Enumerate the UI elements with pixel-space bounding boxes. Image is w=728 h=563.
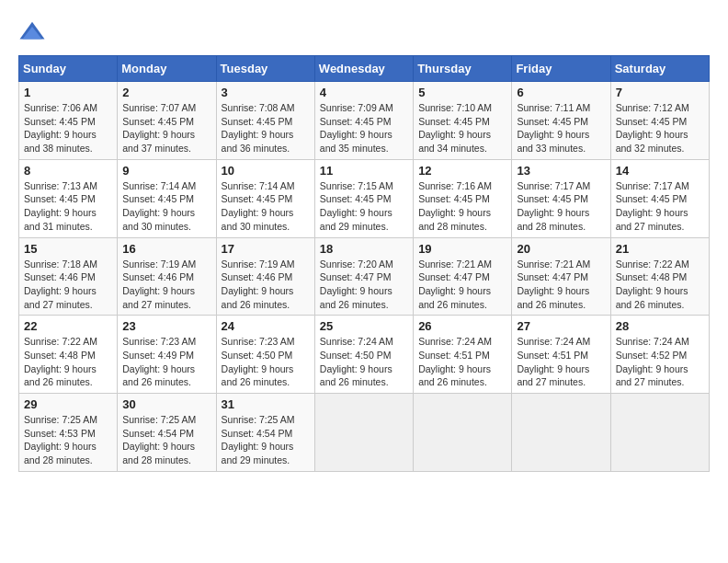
day-number: 24 [222, 319, 310, 333]
day-detail: Sunrise: 7:11 AMSunset: 4:45 PMDaylight:… [517, 102, 590, 154]
day-cell: 12 Sunrise: 7:16 AMSunset: 4:45 PMDaylig… [414, 159, 512, 237]
day-number: 6 [517, 86, 605, 99]
day-detail: Sunrise: 7:14 AMSunset: 4:45 PMDaylight:… [122, 180, 196, 232]
day-detail: Sunrise: 7:23 AMSunset: 4:50 PMDaylight:… [222, 336, 295, 387]
week-row-1: 1 Sunrise: 7:06 AMSunset: 4:45 PMDayligh… [19, 82, 710, 160]
calendar-header: SundayMondayTuesdayWednesdayThursdayFrid… [19, 56, 710, 82]
day-detail: Sunrise: 7:22 AMSunset: 4:48 PMDaylight:… [616, 259, 689, 310]
day-cell [414, 394, 512, 472]
day-number: 22 [24, 319, 112, 333]
day-cell [610, 394, 709, 472]
day-cell: 11 Sunrise: 7:15 AMSunset: 4:45 PMDaylig… [314, 159, 413, 237]
day-cell: 21 Sunrise: 7:22 AMSunset: 4:48 PMDaylig… [610, 237, 709, 316]
day-cell: 30 Sunrise: 7:25 AMSunset: 4:54 PMDaylig… [118, 394, 216, 472]
day-number: 20 [517, 242, 605, 256]
day-number: 28 [616, 319, 704, 333]
day-detail: Sunrise: 7:19 AMSunset: 4:46 PMDaylight:… [122, 259, 196, 310]
day-cell: 4 Sunrise: 7:09 AMSunset: 4:45 PMDayligh… [314, 82, 413, 160]
header [18, 18, 710, 46]
day-cell: 26 Sunrise: 7:24 AMSunset: 4:51 PMDaylig… [414, 316, 512, 394]
day-cell: 5 Sunrise: 7:10 AMSunset: 4:45 PMDayligh… [414, 82, 512, 160]
header-row: SundayMondayTuesdayWednesdayThursdayFrid… [19, 56, 710, 82]
day-detail: Sunrise: 7:25 AMSunset: 4:54 PMDaylight:… [122, 414, 196, 465]
day-cell: 31 Sunrise: 7:25 AMSunset: 4:54 PMDaylig… [216, 394, 314, 472]
day-detail: Sunrise: 7:23 AMSunset: 4:49 PMDaylight:… [122, 336, 196, 387]
day-cell: 14 Sunrise: 7:17 AMSunset: 4:45 PMDaylig… [610, 159, 709, 237]
day-cell: 2 Sunrise: 7:07 AMSunset: 4:45 PMDayligh… [118, 82, 216, 160]
day-number: 19 [418, 242, 506, 256]
day-number: 25 [320, 319, 408, 333]
header-cell-sunday: Sunday [19, 56, 118, 82]
day-cell: 19 Sunrise: 7:21 AMSunset: 4:47 PMDaylig… [414, 237, 512, 316]
day-number: 5 [418, 86, 506, 99]
header-cell-monday: Monday [118, 56, 216, 82]
day-detail: Sunrise: 7:16 AMSunset: 4:45 PMDaylight:… [418, 180, 492, 232]
day-cell: 13 Sunrise: 7:17 AMSunset: 4:45 PMDaylig… [512, 159, 610, 237]
day-cell: 1 Sunrise: 7:06 AMSunset: 4:45 PMDayligh… [19, 82, 118, 160]
day-detail: Sunrise: 7:07 AMSunset: 4:45 PMDaylight:… [122, 102, 196, 154]
day-detail: Sunrise: 7:18 AMSunset: 4:46 PMDaylight:… [24, 259, 97, 310]
day-detail: Sunrise: 7:21 AMSunset: 4:47 PMDaylight:… [418, 259, 492, 310]
day-detail: Sunrise: 7:24 AMSunset: 4:50 PMDaylight:… [320, 336, 393, 387]
header-cell-thursday: Thursday [414, 56, 512, 82]
day-cell: 22 Sunrise: 7:22 AMSunset: 4:48 PMDaylig… [19, 316, 118, 394]
day-number: 14 [616, 164, 704, 178]
header-cell-wednesday: Wednesday [314, 56, 413, 82]
day-detail: Sunrise: 7:12 AMSunset: 4:45 PMDaylight:… [616, 102, 689, 154]
day-cell: 23 Sunrise: 7:23 AMSunset: 4:49 PMDaylig… [118, 316, 216, 394]
day-detail: Sunrise: 7:20 AMSunset: 4:47 PMDaylight:… [320, 259, 393, 310]
day-number: 23 [122, 319, 210, 333]
day-number: 21 [616, 242, 704, 256]
day-cell: 10 Sunrise: 7:14 AMSunset: 4:45 PMDaylig… [216, 159, 314, 237]
day-number: 7 [616, 86, 704, 99]
day-cell: 6 Sunrise: 7:11 AMSunset: 4:45 PMDayligh… [512, 82, 610, 160]
day-cell: 15 Sunrise: 7:18 AMSunset: 4:46 PMDaylig… [19, 237, 118, 316]
day-number: 30 [122, 397, 210, 411]
day-detail: Sunrise: 7:25 AMSunset: 4:54 PMDaylight:… [222, 414, 295, 465]
day-cell: 28 Sunrise: 7:24 AMSunset: 4:52 PMDaylig… [610, 316, 709, 394]
day-detail: Sunrise: 7:17 AMSunset: 4:45 PMDaylight:… [517, 180, 590, 232]
day-number: 16 [122, 242, 210, 256]
day-number: 29 [24, 397, 112, 411]
calendar-body: 1 Sunrise: 7:06 AMSunset: 4:45 PMDayligh… [19, 82, 710, 472]
calendar-table: SundayMondayTuesdayWednesdayThursdayFrid… [18, 55, 710, 472]
day-number: 13 [517, 164, 605, 178]
day-cell: 24 Sunrise: 7:23 AMSunset: 4:50 PMDaylig… [216, 316, 314, 394]
day-cell: 17 Sunrise: 7:19 AMSunset: 4:46 PMDaylig… [216, 237, 314, 316]
day-cell: 7 Sunrise: 7:12 AMSunset: 4:45 PMDayligh… [610, 82, 709, 160]
header-cell-tuesday: Tuesday [216, 56, 314, 82]
day-detail: Sunrise: 7:15 AMSunset: 4:45 PMDaylight:… [320, 180, 393, 232]
day-number: 31 [222, 397, 310, 411]
day-detail: Sunrise: 7:10 AMSunset: 4:45 PMDaylight:… [418, 102, 492, 154]
day-cell: 27 Sunrise: 7:24 AMSunset: 4:51 PMDaylig… [512, 316, 610, 394]
day-number: 17 [222, 242, 310, 256]
week-row-3: 15 Sunrise: 7:18 AMSunset: 4:46 PMDaylig… [19, 237, 710, 316]
day-cell: 18 Sunrise: 7:20 AMSunset: 4:47 PMDaylig… [314, 237, 413, 316]
header-cell-friday: Friday [512, 56, 610, 82]
day-detail: Sunrise: 7:22 AMSunset: 4:48 PMDaylight:… [24, 336, 97, 387]
week-row-4: 22 Sunrise: 7:22 AMSunset: 4:48 PMDaylig… [19, 316, 710, 394]
day-detail: Sunrise: 7:24 AMSunset: 4:51 PMDaylight:… [418, 336, 492, 387]
day-detail: Sunrise: 7:09 AMSunset: 4:45 PMDaylight:… [320, 102, 393, 154]
day-cell: 16 Sunrise: 7:19 AMSunset: 4:46 PMDaylig… [118, 237, 216, 316]
day-cell: 25 Sunrise: 7:24 AMSunset: 4:50 PMDaylig… [314, 316, 413, 394]
day-number: 9 [122, 164, 210, 178]
day-detail: Sunrise: 7:21 AMSunset: 4:47 PMDaylight:… [517, 259, 590, 310]
day-number: 2 [122, 86, 210, 99]
week-row-5: 29 Sunrise: 7:25 AMSunset: 4:53 PMDaylig… [19, 394, 710, 472]
day-cell: 29 Sunrise: 7:25 AMSunset: 4:53 PMDaylig… [19, 394, 118, 472]
day-number: 12 [418, 164, 506, 178]
day-number: 4 [320, 86, 408, 99]
day-detail: Sunrise: 7:24 AMSunset: 4:51 PMDaylight:… [517, 336, 590, 387]
day-number: 1 [24, 86, 112, 99]
day-cell: 3 Sunrise: 7:08 AMSunset: 4:45 PMDayligh… [216, 82, 314, 160]
day-number: 3 [222, 86, 310, 99]
logo-icon [18, 18, 46, 46]
day-number: 10 [222, 164, 310, 178]
day-cell: 8 Sunrise: 7:13 AMSunset: 4:45 PMDayligh… [19, 159, 118, 237]
day-detail: Sunrise: 7:08 AMSunset: 4:45 PMDaylight:… [222, 102, 295, 154]
day-number: 8 [24, 164, 112, 178]
week-row-2: 8 Sunrise: 7:13 AMSunset: 4:45 PMDayligh… [19, 159, 710, 237]
day-detail: Sunrise: 7:06 AMSunset: 4:45 PMDaylight:… [24, 102, 97, 154]
day-cell [314, 394, 413, 472]
